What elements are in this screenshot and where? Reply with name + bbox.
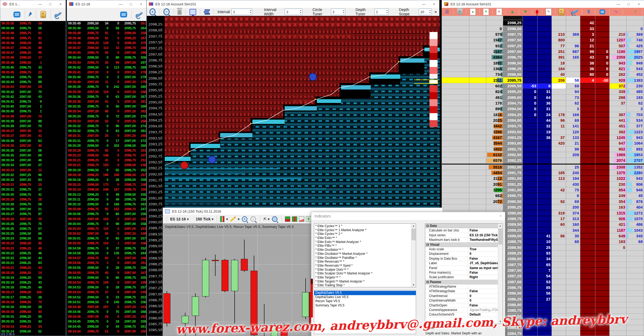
zoom-in-icon[interactable]: +	[149, 8, 156, 15]
close-button[interactable]: ×	[634, 0, 644, 8]
sells-cell[interactable]	[552, 26, 566, 31]
wrench-icon[interactable]	[55, 12, 62, 17]
ask-depth-cell[interactable]	[580, 118, 595, 123]
bid-depth-cell[interactable]: 65	[538, 262, 552, 267]
ask-depth-cell[interactable]	[580, 112, 595, 118]
session-sells-cell[interactable]: 854	[610, 187, 627, 193]
buys-cell[interactable]: 69	[566, 83, 580, 89]
bid-depth-cell[interactable]	[523, 72, 538, 77]
ask-depth-cell[interactable]	[580, 123, 595, 129]
properties-grid[interactable]: ⊟ DataCalculate on bar closFalseInput se…	[425, 223, 503, 324]
property-row[interactable]: ATMStrategyStateFalse	[425, 289, 498, 294]
close-button[interactable]: ×	[429, 0, 439, 8]
bid-depth-cell[interactable]	[538, 308, 552, 313]
ask-depth-cell[interactable]	[595, 101, 610, 106]
bid-depth-cell[interactable]	[523, 20, 538, 26]
buys-cell[interactable]	[566, 245, 580, 250]
session-sells-cell[interactable]	[610, 262, 627, 267]
minimize-button[interactable]: —	[613, 0, 624, 8]
ask-depth-cell[interactable]	[595, 222, 610, 227]
ask-depth-cell[interactable]	[580, 302, 595, 308]
buys-cell[interactable]	[566, 273, 580, 279]
price-cell[interactable]: 2092,75	[503, 146, 523, 152]
ask-depth-cell[interactable]	[580, 135, 595, 141]
property-row[interactable]: Displacement0	[425, 252, 498, 256]
indicator-list-item[interactable]: * Elite Oscillator™ PaintBar *	[314, 256, 411, 260]
candle-style-dropdown[interactable]: ▾	[226, 217, 228, 221]
session-sells-cell[interactable]	[610, 26, 627, 31]
ask-depth-cell[interactable]	[595, 205, 610, 210]
session-sells-cell[interactable]: 1375	[610, 170, 627, 176]
bid-depth-cell[interactable]	[523, 227, 538, 233]
indicator-list-item[interactable]: * Elite Oscillator™ Market Analyzer *	[314, 252, 411, 256]
ask-depth-cell[interactable]	[595, 123, 610, 129]
buys-cell[interactable]: 344	[566, 227, 580, 233]
price-cell[interactable]: 2089,00	[503, 233, 523, 239]
ask-depth-cell[interactable]	[595, 118, 610, 123]
buys-cell[interactable]: 58	[566, 77, 580, 83]
sells-cell[interactable]	[552, 245, 566, 250]
session-buys-cell[interactable]	[627, 308, 644, 313]
price-cell[interactable]: 2088,00	[503, 256, 523, 262]
buys-cell[interactable]: 3	[566, 106, 580, 112]
indicator-list-item[interactable]: * Elite Exits™ *	[314, 236, 411, 240]
session-sells-cell[interactable]: 2074	[610, 158, 627, 163]
session-sells-cell[interactable]: 2359	[610, 55, 627, 60]
line-chart-icon[interactable]	[299, 216, 304, 222]
session-sells-cell[interactable]	[610, 268, 627, 273]
sells-cell[interactable]: 96	[552, 118, 566, 123]
doc-edit-icon[interactable]: ✎	[546, 8, 552, 15]
ask-depth-cell[interactable]	[580, 205, 595, 210]
maximize-button[interactable]: □	[126, 0, 136, 8]
monitor-icon[interactable]	[189, 9, 196, 15]
bid-depth-cell[interactable]	[523, 296, 538, 302]
bid-depth-cell[interactable]	[538, 216, 552, 222]
buys-cell[interactable]	[566, 302, 580, 308]
bid-depth-cell[interactable]	[523, 26, 538, 31]
session-buys-cell[interactable]	[627, 296, 644, 302]
rows-icon[interactable]	[204, 9, 210, 15]
price-cell[interactable]: 2094,00	[503, 118, 523, 123]
bid-depth-cell[interactable]	[538, 170, 552, 176]
sells-cell[interactable]	[552, 308, 566, 313]
sells-cell[interactable]	[552, 165, 566, 170]
price-cell[interactable]: 2093,00	[503, 141, 523, 146]
property-row[interactable]: Scale justificationRight	[425, 275, 498, 280]
bid-depth-cell[interactable]	[523, 123, 538, 129]
ask-depth-cell[interactable]: 0	[595, 66, 610, 72]
buys-cell[interactable]	[566, 72, 580, 77]
bid-depth-cell[interactable]	[523, 43, 538, 49]
bid-depth-cell[interactable]	[523, 37, 538, 43]
buys-cell[interactable]	[566, 26, 580, 31]
bid-depth-cell[interactable]: 0	[523, 112, 538, 118]
sells-cell[interactable]	[552, 158, 566, 163]
sells-cell[interactable]	[552, 83, 566, 89]
session-buys-cell[interactable]: 486	[627, 222, 644, 227]
property-section-header[interactable]: ⊟ Data	[425, 224, 498, 228]
bid-depth-cell[interactable]	[538, 187, 552, 193]
price-cell[interactable]: 2098,25	[503, 20, 523, 26]
bid-depth-cell[interactable]: 8	[538, 83, 552, 89]
price-cell[interactable]: 2087,00	[503, 279, 523, 285]
ask-depth-cell[interactable]	[580, 193, 595, 199]
price-cell[interactable]: 2089,50	[503, 222, 523, 227]
ask-depth-cell[interactable]	[595, 199, 610, 205]
session-sells-cell[interactable]	[610, 331, 627, 336]
session-buys-cell[interactable]	[627, 20, 644, 26]
session-buys-cell[interactable]: 1352	[627, 165, 644, 170]
wrench-icon[interactable]	[571, 9, 578, 15]
price-cell[interactable]: 2097,25	[503, 43, 523, 49]
session-buys-cell[interactable]: 2280	[627, 170, 644, 176]
bid-depth-cell[interactable]	[523, 182, 538, 187]
ask-depth-cell[interactable]: 4	[580, 77, 595, 83]
ask-depth-cell[interactable]: 0	[595, 60, 610, 66]
sells-cell[interactable]: 206	[552, 77, 566, 83]
session-sells-cell[interactable]: 802	[610, 146, 627, 152]
session-buys-cell[interactable]	[627, 245, 644, 250]
indicator-list-scrollbar[interactable]: ▲ ▼	[411, 224, 416, 287]
price-cell[interactable]: 2090,00	[503, 210, 523, 216]
bid-depth-cell[interactable]	[538, 32, 552, 37]
bid-depth-cell[interactable]	[538, 37, 552, 43]
bid-depth-cell[interactable]: 64	[538, 95, 552, 100]
bid-depth-cell[interactable]: 27	[538, 296, 552, 302]
